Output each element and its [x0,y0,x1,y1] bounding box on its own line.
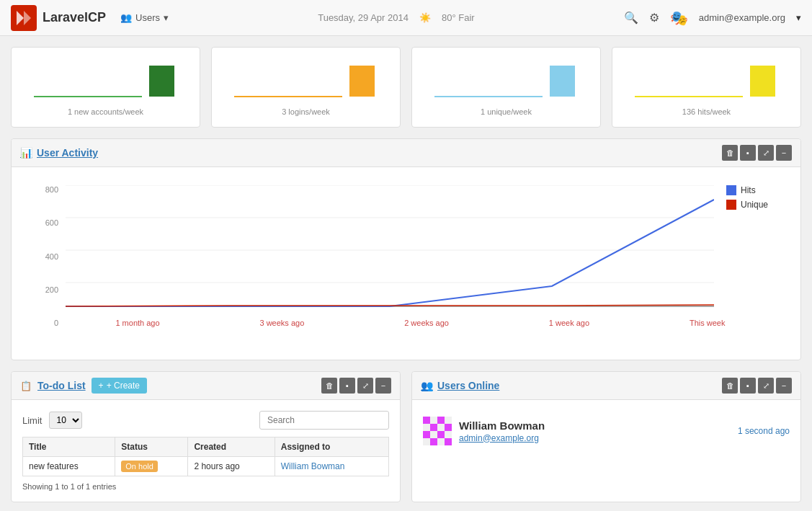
svg-rect-32 [445,438,452,445]
users-menu[interactable]: 👥 Users ▾ [120,12,169,23]
svg-rect-23 [437,424,445,431]
stat-cards: 1 new accounts/week 3 logins/week 1 uniq… [11,47,801,128]
navbar-left: LaravelCP 👥 Users ▾ [11,5,169,31]
legend-unique: Unique [726,200,768,210]
users-online-header: 👥 Users Online 🗑 ▪ ⤢ − [412,372,800,400]
users-online-title: Users Online [437,380,499,391]
trash-button[interactable]: 🗑 [722,145,738,161]
svg-rect-24 [445,424,452,431]
svg-rect-27 [437,431,445,438]
legend-unique-color [726,200,736,210]
search-icon[interactable]: 🔍 [624,11,638,25]
online-trash-btn[interactable]: 🗑 [722,378,738,394]
todo-panel: 📋 To-do List + + Create 🗑 ▪ ⤢ − [11,371,401,502]
square-button[interactable]: ▪ [740,145,756,161]
x-label-1week: 1 week ago [549,319,589,327]
todo-square-btn[interactable]: ▪ [339,378,355,394]
collapse-button[interactable]: − [776,145,792,161]
admin-email[interactable]: admin@example.org [699,12,785,23]
todo-body: Limit 10 25 50 Title Status [12,400,400,502]
stat-chart-unique [423,58,589,102]
legend-unique-label: Unique [741,200,768,210]
online-collapse-btn[interactable]: − [776,378,792,394]
svg-rect-25 [423,431,430,438]
status-badge: On hold [121,461,158,472]
limit-select[interactable]: 10 25 50 [49,412,82,429]
stat-card-unique: 1 unique/week [411,47,601,128]
x-label-1month: 1 month ago [115,319,159,327]
svg-rect-29 [423,438,430,445]
x-label-thisweek: This week [690,319,726,327]
todo-header: 📋 To-do List + + Create 🗑 ▪ ⤢ − [12,372,400,400]
chart-legend: Hits Unique [726,185,768,210]
users-online-scroll[interactable]: William Bowman admin@example.org 1 secon… [423,411,790,451]
users-label: Users [135,12,160,23]
online-expand-btn[interactable]: ⤢ [758,378,774,394]
svg-rect-10 [750,66,775,97]
cell-created: 2 hours ago [188,457,275,476]
chart-icon: 📊 [20,147,32,159]
todo-scroll[interactable]: Limit 10 25 50 Title Status [22,411,389,491]
todo-title-area: 📋 To-do List + + Create [20,378,147,394]
stat-label-hits: 136 hits/week [682,107,731,116]
admin-dropdown-icon[interactable]: ▾ [796,12,801,23]
svg-rect-4 [149,66,174,97]
x-label-3weeks: 3 weeks ago [259,319,304,327]
svg-rect-21 [423,424,430,431]
x-label-2weeks: 2 weeks ago [404,319,449,327]
table-row: new features On hold 2 hours ago William… [23,457,389,476]
user-name: William Bowman [459,419,545,432]
create-label: + Create [107,381,140,391]
settings-icon[interactable]: ⚙ [649,11,659,25]
assigned-link[interactable]: William Bowman [281,461,345,471]
chart-y-labels: 800 600 400 200 0 [22,185,58,327]
users-online-controls: 🗑 ▪ ⤢ − [722,378,792,394]
weather-display: 80° Fair [442,12,475,23]
admin-avatar-icon: 🎭 [670,9,688,27]
svg-rect-26 [430,431,437,438]
user-time: 1 second ago [738,426,790,436]
chart-x-labels: 1 month ago 3 weeks ago 2 weeks ago 1 we… [66,319,775,327]
stat-label-unique: 1 unique/week [481,107,532,116]
stat-label-logins: 3 logins/week [282,107,330,116]
stat-label-accounts: 1 new accounts/week [68,107,143,116]
svg-rect-18 [430,417,437,424]
svg-rect-28 [445,431,452,438]
stat-chart-logins [223,58,389,102]
main-content: 1 new accounts/week 3 logins/week 1 uniq… [0,36,812,511]
create-button[interactable]: + + Create [92,378,147,394]
chart-wrapper: 800 600 400 200 0 [22,178,790,349]
todo-icon: 📋 [20,381,32,391]
svg-rect-20 [445,417,452,424]
svg-rect-19 [437,417,445,424]
user-avatar [423,417,452,445]
cell-status: On hold [115,457,188,476]
stat-chart-hits [623,58,790,102]
cell-title: new features [23,457,115,476]
todo-trash-btn[interactable]: 🗑 [321,378,337,394]
todo-expand-btn[interactable]: ⤢ [357,378,373,394]
dropdown-icon: ▾ [164,12,169,23]
user-activity-title: 📊 User Activity [20,147,98,159]
todo-table: Title Status Created Assigned to new fea… [22,437,389,476]
navbar-center: Tuesday, 29 Apr 2014 ☀️ 80° Fair [318,12,474,23]
svg-rect-30 [430,438,437,445]
user-email-link[interactable]: admin@example.org [459,433,545,443]
user-online-entry: William Bowman admin@example.org 1 secon… [423,411,790,451]
online-square-btn[interactable]: ▪ [740,378,756,394]
search-input[interactable] [259,411,389,430]
todo-collapse-btn[interactable]: − [375,378,391,394]
svg-rect-17 [423,417,430,424]
col-status: Status [115,437,188,457]
col-assigned: Assigned to [275,437,388,457]
svg-rect-8 [550,66,575,97]
expand-button[interactable]: ⤢ [758,145,774,161]
navbar: LaravelCP 👥 Users ▾ Tuesday, 29 Apr 2014… [0,0,812,36]
activity-chart-svg [66,185,714,315]
bottom-panels: 📋 To-do List + + Create 🗑 ▪ ⤢ − [11,371,801,511]
logo: LaravelCP [11,5,106,31]
svg-rect-6 [349,66,375,97]
logo-icon [11,5,37,31]
stat-card-accounts: 1 new accounts/week [11,47,200,128]
navbar-right: 🔍 ⚙ 🎭 admin@example.org ▾ [624,9,801,27]
